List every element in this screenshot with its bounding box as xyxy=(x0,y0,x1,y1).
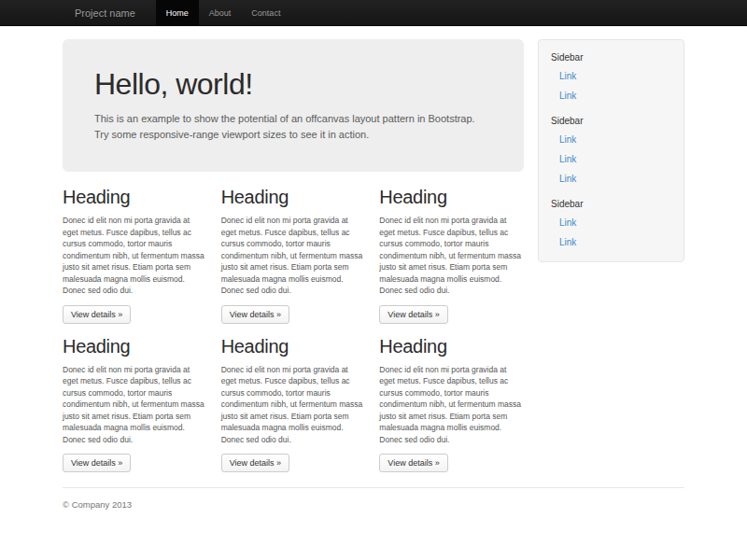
sidebar-link[interactable]: Link xyxy=(551,130,671,149)
view-details-button[interactable]: View details » xyxy=(63,305,131,324)
card-body-text: Donec id elit non mi porta gravida at eg… xyxy=(379,215,524,297)
page-container: Hello, world! This is an example to show… xyxy=(63,39,684,528)
card-heading: Heading xyxy=(221,186,366,209)
copyright-text: © Company 2013 xyxy=(63,499,684,510)
card-body-text: Donec id elit non mi porta gravida at eg… xyxy=(221,215,366,297)
sidebar-link[interactable]: Link xyxy=(551,66,671,86)
content-card: Heading Donec id elit non mi porta gravi… xyxy=(221,335,366,473)
view-details-button[interactable]: View details » xyxy=(379,305,447,324)
card-heading: Heading xyxy=(379,186,524,209)
sidebar: Sidebar Link Link Sidebar Link Link Link… xyxy=(538,39,684,262)
nav-item-home[interactable]: Home xyxy=(156,0,199,25)
jumbotron: Hello, world! This is an example to show… xyxy=(63,39,524,172)
sidebar-group: Sidebar Link Link xyxy=(551,196,671,252)
jumbotron-description: This is an example to show the potential… xyxy=(94,111,486,142)
sidebar-link[interactable]: Link xyxy=(551,86,671,105)
sidebar-link[interactable]: Link xyxy=(551,169,671,189)
sidebar-heading: Sidebar xyxy=(551,49,671,66)
nav-link-about[interactable]: About xyxy=(199,0,242,26)
view-details-button[interactable]: View details » xyxy=(221,305,289,324)
content-card: Heading Donec id elit non mi porta gravi… xyxy=(63,186,207,324)
sidebar-link[interactable]: Link xyxy=(551,232,671,252)
content-card: Heading Donec id elit non mi porta gravi… xyxy=(379,186,524,324)
footer: © Company 2013 xyxy=(63,487,684,528)
sidebar-link[interactable]: Link xyxy=(551,213,671,232)
sidebar-heading: Sidebar xyxy=(551,113,671,130)
sidebar-link[interactable]: Link xyxy=(551,149,671,169)
view-details-button[interactable]: View details » xyxy=(379,454,447,472)
nav-item-contact[interactable]: Contact xyxy=(241,0,290,25)
top-navbar: Project name Home About Contact xyxy=(0,0,747,26)
card-heading: Heading xyxy=(221,335,366,358)
nav-item-about[interactable]: About xyxy=(199,0,242,25)
view-details-button[interactable]: View details » xyxy=(63,454,131,472)
card-heading: Heading xyxy=(379,335,524,358)
sidebar-group: Sidebar Link Link xyxy=(551,49,671,105)
view-details-button[interactable]: View details » xyxy=(221,454,289,472)
nav-link-home[interactable]: Home xyxy=(156,0,199,26)
card-body-text: Donec id elit non mi porta gravida at eg… xyxy=(379,364,524,446)
brand-link[interactable]: Project name xyxy=(63,0,156,25)
sidebar-heading: Sidebar xyxy=(551,196,671,213)
sidebar-group: Sidebar Link Link Link xyxy=(551,113,671,189)
card-body-text: Donec id elit non mi porta gravida at eg… xyxy=(221,364,366,446)
card-heading: Heading xyxy=(63,186,207,209)
cards-grid: Heading Donec id elit non mi porta gravi… xyxy=(63,186,524,472)
main-column: Hello, world! This is an example to show… xyxy=(63,39,524,472)
nav-link-contact[interactable]: Contact xyxy=(241,0,290,26)
content-card: Heading Donec id elit non mi porta gravi… xyxy=(379,335,524,473)
navbar-menu: Home About Contact xyxy=(156,0,291,25)
card-heading: Heading xyxy=(63,335,207,358)
card-body-text: Donec id elit non mi porta gravida at eg… xyxy=(63,364,207,446)
content-card: Heading Donec id elit non mi porta gravi… xyxy=(221,186,366,324)
content-card: Heading Donec id elit non mi porta gravi… xyxy=(63,335,207,473)
page-title: Hello, world! xyxy=(94,67,492,101)
card-body-text: Donec id elit non mi porta gravida at eg… xyxy=(63,215,207,297)
